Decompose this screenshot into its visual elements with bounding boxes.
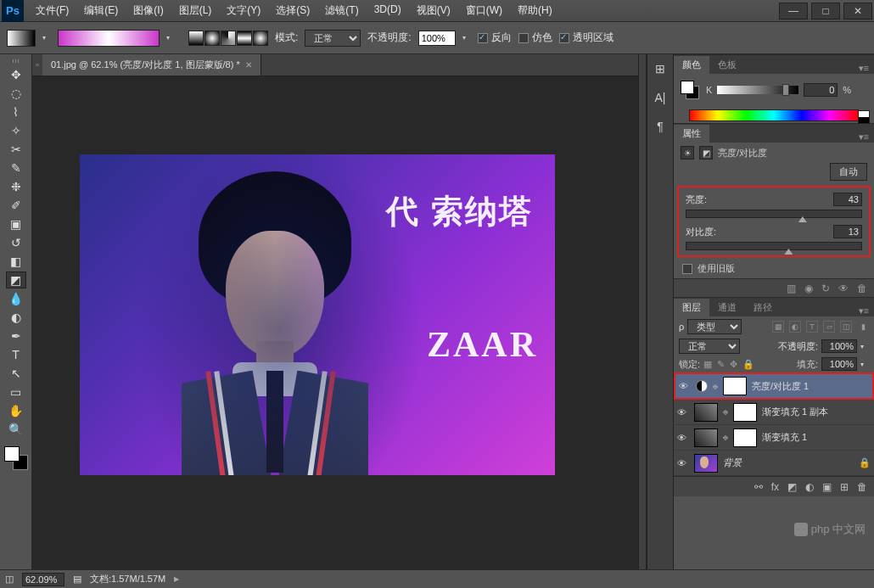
paragraph-panel-icon[interactable]: A| [653, 90, 668, 105]
layer-mask-thumb[interactable] [723, 377, 747, 395]
panel-menu-icon[interactable]: ▾≡ [854, 305, 874, 316]
menu-help[interactable]: 帮助(H) [511, 1, 559, 20]
layer-row[interactable]: 👁 ⎆ 渐变填充 1 [674, 425, 874, 451]
visibility-icon[interactable]: 👁 [679, 381, 691, 391]
lock-all-icon[interactable]: 🔒 [742, 359, 754, 370]
filter-smart-icon[interactable]: ◫ [840, 321, 852, 333]
dropdown-icon[interactable]: ▾ [860, 343, 869, 350]
panel-menu-icon[interactable]: ▾≡ [854, 63, 874, 74]
gradient-reflected-button[interactable] [237, 31, 252, 46]
view-previous-icon[interactable]: ◉ [804, 283, 813, 294]
menu-edit[interactable]: 编辑(E) [77, 1, 125, 20]
foreground-color[interactable] [4, 446, 20, 462]
gradient-picker[interactable] [58, 30, 160, 47]
gradient-radial-button[interactable] [204, 31, 220, 46]
reverse-checkbox[interactable] [478, 33, 488, 43]
hand-tool[interactable]: ✋ [6, 402, 26, 419]
doc-info[interactable]: 文档:1.57M/1.57M [90, 573, 165, 585]
canvas[interactable]: 代 索纳塔 ZAAR [32, 76, 638, 569]
menu-filter[interactable]: 滤镜(T) [318, 1, 365, 20]
menu-3d[interactable]: 3D(D) [367, 1, 408, 20]
layer-row[interactable]: 👁 ⎆ 渐变填充 1 副本 [674, 400, 874, 425]
lock-transparent-icon[interactable]: ▦ [703, 359, 712, 370]
layer-fx-icon[interactable]: fx [771, 481, 779, 493]
tab-properties[interactable]: 属性 [674, 125, 709, 143]
filter-type-icon[interactable]: T [806, 321, 818, 333]
gradient-tool[interactable]: ◩ [6, 272, 26, 288]
layer-thumb[interactable] [694, 454, 718, 473]
layer-mask-thumb[interactable] [733, 403, 757, 422]
menu-image[interactable]: 图像(I) [126, 1, 170, 20]
foreground-color[interactable] [681, 81, 694, 94]
type-tool[interactable]: T [6, 346, 26, 363]
adjustment-layer-icon[interactable]: ◐ [805, 481, 814, 493]
tab-color[interactable]: 颜色 [674, 56, 709, 74]
k-value-input[interactable] [804, 83, 838, 97]
zoom-tool[interactable]: 🔍 [6, 421, 26, 438]
brush-tool[interactable]: ✐ [6, 197, 26, 214]
eyedropper-tool[interactable]: ✎ [6, 160, 26, 176]
history-brush-tool[interactable]: ↺ [6, 234, 26, 251]
layer-name[interactable]: 亮度/对比度 1 [752, 380, 809, 393]
healing-brush-tool[interactable]: ❉ [6, 178, 26, 195]
layer-row[interactable]: 👁 背景 🔒 [674, 451, 874, 476]
visibility-icon[interactable]: 👁 [677, 458, 689, 468]
lock-pixels-icon[interactable]: ✎ [717, 359, 725, 370]
contrast-slider[interactable] [686, 242, 862, 250]
brightness-slider[interactable] [686, 210, 862, 218]
layer-mask-icon[interactable]: ◩ [787, 481, 797, 493]
mask-icon[interactable]: ◩ [699, 146, 713, 160]
close-button[interactable]: ✕ [843, 3, 872, 20]
gradient-diamond-button[interactable] [253, 31, 268, 46]
brightness-input[interactable] [833, 193, 862, 206]
lasso-tool[interactable]: ⌇ [6, 104, 26, 120]
menu-type[interactable]: 文字(Y) [220, 1, 267, 20]
color-spectrum[interactable] [689, 109, 859, 121]
k-slider[interactable] [717, 86, 798, 94]
layer-blend-select[interactable]: 正常 [679, 339, 740, 354]
layer-mask-thumb[interactable] [733, 428, 757, 447]
layer-name[interactable]: 渐变填充 1 副本 [762, 406, 828, 418]
styles-panel-icon[interactable]: ¶ [653, 119, 668, 134]
character-panel-icon[interactable]: ⊞ [653, 61, 668, 76]
lock-position-icon[interactable]: ✥ [730, 359, 737, 370]
gradient-angle-button[interactable] [221, 31, 236, 46]
trash-icon[interactable]: 🗑 [857, 481, 867, 493]
tab-layers[interactable]: 图层 [674, 299, 709, 316]
blend-mode-select[interactable]: 正常 [305, 30, 361, 47]
eraser-tool[interactable]: ◧ [6, 253, 26, 270]
reset-icon[interactable]: ↻ [821, 283, 830, 294]
tab-channels[interactable]: 通道 [709, 299, 745, 316]
menu-window[interactable]: 窗口(W) [459, 1, 509, 20]
zoom-input[interactable] [22, 573, 64, 586]
panel-menu-icon[interactable]: ▾≡ [854, 132, 874, 143]
status-icon2[interactable]: ▤ [73, 574, 81, 585]
transparency-checkbox[interactable] [559, 33, 569, 43]
document-tab[interactable]: 01.jpg @ 62.1% (亮度/对比度 1, 图层蒙版/8) * ✕ [42, 54, 261, 76]
layer-thumb[interactable] [694, 428, 718, 447]
color-swatch[interactable] [681, 81, 699, 99]
color-swatch[interactable] [4, 446, 28, 470]
tool-preset-picker[interactable] [7, 30, 36, 47]
filter-adjust-icon[interactable]: ◐ [789, 321, 801, 333]
clip-icon[interactable]: ▥ [787, 283, 796, 294]
layer-fill-input[interactable] [821, 357, 857, 371]
menu-view[interactable]: 视图(V) [410, 1, 457, 20]
auto-button[interactable]: 自动 [830, 163, 867, 181]
dropdown-icon[interactable]: ▾ [860, 361, 869, 368]
tab-swatches[interactable]: 色板 [709, 56, 745, 74]
contrast-input[interactable] [833, 225, 862, 238]
visibility-icon[interactable]: 👁 [838, 283, 849, 294]
dropdown-icon[interactable]: ▾ [166, 34, 175, 42]
filter-shape-icon[interactable]: ▱ [823, 321, 835, 333]
trash-icon[interactable]: 🗑 [857, 283, 867, 294]
blur-tool[interactable]: 💧 [6, 290, 26, 307]
visibility-icon[interactable]: 👁 [677, 433, 689, 443]
info-dropdown-icon[interactable]: ▶ [174, 575, 179, 583]
link-layers-icon[interactable]: ⚯ [754, 481, 763, 493]
visibility-icon[interactable]: 👁 [677, 407, 689, 417]
new-layer-icon[interactable]: ⊞ [840, 481, 849, 493]
filter-kind-select[interactable]: 类型 [687, 319, 742, 334]
panel-dock-separator[interactable] [638, 54, 647, 569]
legacy-checkbox[interactable] [682, 264, 692, 274]
